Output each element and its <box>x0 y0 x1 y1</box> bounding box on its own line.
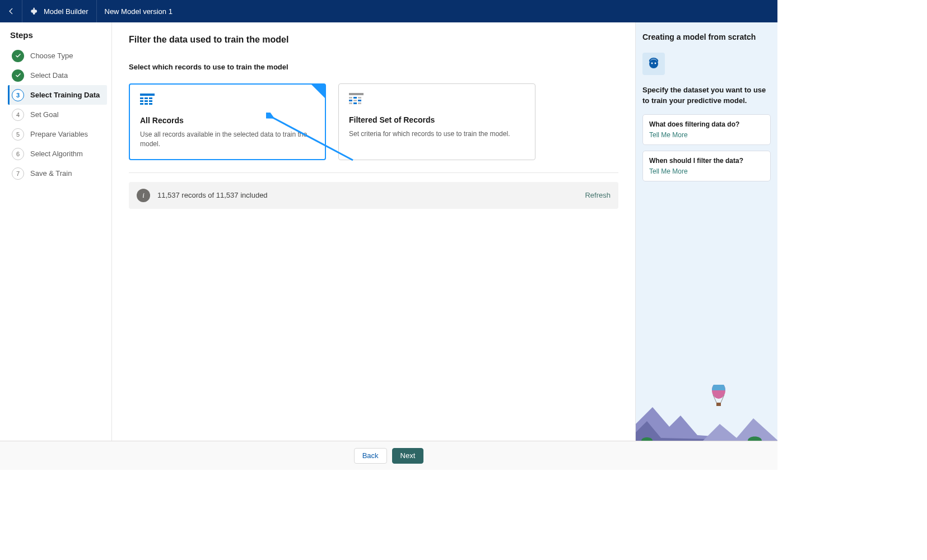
divider <box>129 172 618 173</box>
main-content: Filter the data used to train the model … <box>112 22 635 441</box>
info-icon: i <box>137 189 150 202</box>
step-label: Select Algorithm <box>30 150 83 158</box>
svg-rect-17 <box>349 102 352 104</box>
svg-point-22 <box>651 63 653 64</box>
check-icon <box>12 50 24 62</box>
svg-rect-2 <box>145 97 148 99</box>
page-title: Filter the data used to train the model <box>129 35 618 45</box>
step-select-training-data[interactable]: 3 Select Training Data <box>8 85 107 105</box>
svg-rect-1 <box>140 97 143 99</box>
svg-rect-15 <box>353 100 357 101</box>
wizard-footer: Back Next <box>0 441 777 470</box>
step-select-data[interactable]: Select Data <box>8 66 107 85</box>
selected-check-icon <box>318 85 324 95</box>
card-filtered-records[interactable]: Filtered Set of Records Set criteria for… <box>338 83 535 160</box>
card-desc: Set criteria for which records to use to… <box>349 129 525 139</box>
check-icon <box>12 69 24 82</box>
step-label: Set Goal <box>30 110 59 119</box>
svg-rect-12 <box>353 97 357 99</box>
help-question: What does filtering data do? <box>649 120 764 128</box>
steps-sidebar: Steps Choose Type Select Data 3 Select T… <box>0 22 112 441</box>
svg-rect-8 <box>145 103 148 105</box>
help-card-when-filter: When should I filter the data? Tell Me M… <box>642 151 771 181</box>
svg-rect-19 <box>358 102 361 104</box>
step-label: Select Data <box>30 71 68 80</box>
card-title: Filtered Set of Records <box>349 115 525 124</box>
step-label: Prepare Variables <box>30 130 88 138</box>
svg-rect-5 <box>145 100 148 102</box>
svg-rect-10 <box>349 93 364 95</box>
help-panel: Creating a model from scratch Specify th… <box>635 22 777 441</box>
step-prepare-variables[interactable]: 5 Prepare Variables <box>8 124 107 144</box>
top-bar: Model Builder New Model version 1 <box>0 0 777 22</box>
step-number: 3 <box>12 89 24 101</box>
svg-rect-27 <box>716 403 721 406</box>
step-save-train[interactable]: 7 Save & Train <box>8 164 107 183</box>
back-button[interactable]: Back <box>354 448 387 464</box>
step-choose-type[interactable]: Choose Type <box>8 46 107 66</box>
svg-rect-9 <box>149 103 152 105</box>
help-card-filtering: What does filtering data do? Tell Me Mor… <box>642 114 771 145</box>
step-number: 5 <box>12 128 24 141</box>
step-number: 4 <box>12 109 24 121</box>
svg-rect-18 <box>353 102 357 104</box>
step-set-goal[interactable]: 4 Set Goal <box>8 105 107 124</box>
svg-rect-14 <box>349 100 352 101</box>
steps-heading: Steps <box>10 30 107 40</box>
card-title: All Records <box>140 116 315 125</box>
main-area: Steps Choose Type Select Data 3 Select T… <box>0 22 777 441</box>
section-prompt: Select which records to use to train the… <box>129 63 618 71</box>
svg-point-23 <box>655 63 656 64</box>
help-subtitle: Specify the dataset you want to use to t… <box>642 85 771 106</box>
back-arrow-button[interactable] <box>0 0 22 22</box>
einstein-avatar-icon <box>642 53 665 75</box>
tell-me-more-link[interactable]: Tell Me More <box>649 167 764 175</box>
help-heading: Creating a model from scratch <box>642 32 771 41</box>
svg-rect-7 <box>140 103 143 105</box>
svg-rect-16 <box>358 100 361 101</box>
arrow-left-icon <box>7 7 15 15</box>
svg-rect-3 <box>149 97 152 99</box>
app-title: Model Builder <box>44 7 88 16</box>
svg-rect-0 <box>140 94 155 96</box>
records-count-text: 11,537 records of 11,537 included <box>157 191 268 199</box>
step-label: Select Training Data <box>30 91 100 99</box>
tell-me-more-link[interactable]: Tell Me More <box>649 131 764 139</box>
svg-rect-13 <box>358 97 361 99</box>
records-info-bar: i 11,537 records of 11,537 included Refr… <box>129 182 618 209</box>
svg-rect-11 <box>349 97 352 99</box>
help-question: When should I filter the data? <box>649 157 764 165</box>
decorative-landscape-icon <box>636 385 777 441</box>
svg-rect-4 <box>140 100 143 102</box>
step-select-algorithm[interactable]: 6 Select Algorithm <box>8 144 107 164</box>
model-name: New Model version 1 <box>97 7 180 16</box>
step-number: 7 <box>12 167 24 180</box>
app-title-segment: Model Builder <box>22 0 97 22</box>
card-desc: Use all records available in the selecte… <box>140 130 315 149</box>
svg-rect-6 <box>149 100 152 102</box>
next-button[interactable]: Next <box>392 448 424 464</box>
step-label: Save & Train <box>30 169 72 178</box>
svg-point-21 <box>649 59 658 68</box>
card-all-records[interactable]: All Records Use all records available in… <box>129 83 326 160</box>
option-cards: All Records Use all records available in… <box>129 83 618 160</box>
refresh-link[interactable]: Refresh <box>585 191 611 199</box>
table-icon <box>140 94 315 108</box>
model-builder-icon <box>30 7 39 16</box>
step-label: Choose Type <box>30 52 73 60</box>
table-filtered-icon <box>349 93 525 108</box>
step-number: 6 <box>12 148 24 160</box>
